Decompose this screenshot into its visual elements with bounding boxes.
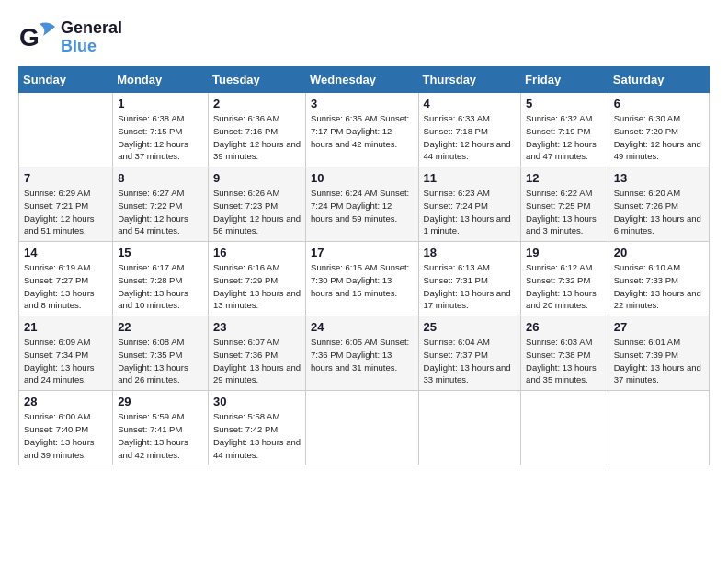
calendar-day-cell: 3Sunrise: 6:35 AM Sunset: 7:17 PM Daylig… — [306, 93, 419, 167]
calendar-day-cell: 19Sunrise: 6:12 AM Sunset: 7:32 PM Dayli… — [521, 242, 609, 316]
logo-text: GeneralBlue — [61, 19, 122, 56]
calendar-day-cell: 11Sunrise: 6:23 AM Sunset: 7:24 PM Dayli… — [418, 167, 521, 242]
day-of-week-header: Thursday — [418, 67, 521, 93]
day-info: Sunrise: 6:35 AM Sunset: 7:17 PM Dayligh… — [311, 112, 414, 150]
day-info: Sunrise: 6:00 AM Sunset: 7:40 PM Dayligh… — [24, 410, 108, 461]
day-number: 28 — [24, 395, 108, 408]
day-info: Sunrise: 5:58 AM Sunset: 7:42 PM Dayligh… — [213, 410, 301, 461]
calendar-day-cell — [609, 391, 709, 465]
day-number: 30 — [213, 395, 301, 408]
day-number: 2 — [213, 97, 301, 110]
day-info: Sunrise: 6:26 AM Sunset: 7:23 PM Dayligh… — [213, 187, 301, 237]
day-info: Sunrise: 6:15 AM Sunset: 7:30 PM Dayligh… — [311, 261, 414, 299]
calendar-week-row: 1Sunrise: 6:38 AM Sunset: 7:15 PM Daylig… — [19, 93, 710, 167]
day-number: 4 — [424, 97, 517, 110]
day-info: Sunrise: 5:59 AM Sunset: 7:41 PM Dayligh… — [118, 410, 203, 461]
calendar-body: 1Sunrise: 6:38 AM Sunset: 7:15 PM Daylig… — [19, 93, 710, 465]
calendar-day-cell: 22Sunrise: 6:08 AM Sunset: 7:35 PM Dayli… — [113, 316, 209, 391]
calendar-day-cell: 21Sunrise: 6:09 AM Sunset: 7:34 PM Dayli… — [19, 316, 113, 391]
day-number: 15 — [118, 246, 203, 259]
calendar-day-cell: 6Sunrise: 6:30 AM Sunset: 7:20 PM Daylig… — [609, 93, 709, 167]
calendar-week-row: 7Sunrise: 6:29 AM Sunset: 7:21 PM Daylig… — [19, 167, 710, 242]
calendar-day-cell: 17Sunrise: 6:15 AM Sunset: 7:30 PM Dayli… — [306, 242, 419, 316]
day-info: Sunrise: 6:10 AM Sunset: 7:33 PM Dayligh… — [614, 261, 704, 312]
calendar-day-cell: 10Sunrise: 6:24 AM Sunset: 7:24 PM Dayli… — [306, 167, 419, 242]
day-info: Sunrise: 6:38 AM Sunset: 7:15 PM Dayligh… — [118, 112, 203, 163]
days-of-week-row: SundayMondayTuesdayWednesdayThursdayFrid… — [19, 67, 710, 93]
calendar-day-cell: 25Sunrise: 6:04 AM Sunset: 7:37 PM Dayli… — [418, 316, 521, 391]
svg-text:G: G — [19, 23, 40, 52]
calendar-day-cell: 23Sunrise: 6:07 AM Sunset: 7:36 PM Dayli… — [209, 316, 306, 391]
day-number: 17 — [311, 246, 414, 259]
day-number: 19 — [526, 246, 604, 259]
day-info: Sunrise: 6:32 AM Sunset: 7:19 PM Dayligh… — [526, 112, 604, 163]
day-number: 22 — [118, 320, 203, 334]
day-number: 10 — [311, 171, 414, 185]
calendar-day-cell — [418, 391, 521, 465]
day-info: Sunrise: 6:36 AM Sunset: 7:16 PM Dayligh… — [213, 112, 301, 163]
day-info: Sunrise: 6:07 AM Sunset: 7:36 PM Dayligh… — [213, 336, 301, 386]
day-of-week-header: Sunday — [19, 67, 113, 93]
calendar-day-cell: 27Sunrise: 6:01 AM Sunset: 7:39 PM Dayli… — [609, 316, 709, 391]
day-of-week-header: Wednesday — [306, 67, 419, 93]
calendar-day-cell: 9Sunrise: 6:26 AM Sunset: 7:23 PM Daylig… — [209, 167, 306, 242]
logo-icon: G — [18, 18, 57, 57]
day-info: Sunrise: 6:17 AM Sunset: 7:28 PM Dayligh… — [118, 261, 203, 312]
day-info: Sunrise: 6:13 AM Sunset: 7:31 PM Dayligh… — [424, 261, 517, 312]
calendar-day-cell: 26Sunrise: 6:03 AM Sunset: 7:38 PM Dayli… — [521, 316, 609, 391]
day-number: 8 — [118, 171, 203, 185]
calendar-day-cell: 30Sunrise: 5:58 AM Sunset: 7:42 PM Dayli… — [209, 391, 306, 465]
day-of-week-header: Monday — [113, 67, 209, 93]
day-number: 13 — [614, 171, 704, 185]
day-number: 16 — [213, 246, 301, 259]
day-info: Sunrise: 6:12 AM Sunset: 7:32 PM Dayligh… — [526, 261, 604, 312]
calendar-week-row: 28Sunrise: 6:00 AM Sunset: 7:40 PM Dayli… — [19, 391, 710, 465]
calendar-day-cell: 4Sunrise: 6:33 AM Sunset: 7:18 PM Daylig… — [418, 93, 521, 167]
day-info: Sunrise: 6:04 AM Sunset: 7:37 PM Dayligh… — [424, 336, 517, 386]
day-of-week-header: Friday — [521, 67, 609, 93]
day-number: 23 — [213, 320, 301, 334]
calendar-day-cell: 7Sunrise: 6:29 AM Sunset: 7:21 PM Daylig… — [19, 167, 113, 242]
day-number: 5 — [526, 97, 604, 110]
calendar-day-cell: 29Sunrise: 5:59 AM Sunset: 7:41 PM Dayli… — [113, 391, 209, 465]
calendar-day-cell: 1Sunrise: 6:38 AM Sunset: 7:15 PM Daylig… — [113, 93, 209, 167]
calendar-day-cell: 8Sunrise: 6:27 AM Sunset: 7:22 PM Daylig… — [113, 167, 209, 242]
logo: G GeneralBlue — [18, 18, 122, 57]
day-info: Sunrise: 6:16 AM Sunset: 7:29 PM Dayligh… — [213, 261, 301, 312]
day-number: 21 — [24, 320, 108, 334]
day-number: 12 — [526, 171, 604, 185]
day-info: Sunrise: 6:27 AM Sunset: 7:22 PM Dayligh… — [118, 187, 203, 237]
day-number: 3 — [311, 97, 414, 110]
day-number: 24 — [311, 320, 414, 334]
day-info: Sunrise: 6:09 AM Sunset: 7:34 PM Dayligh… — [24, 336, 108, 386]
day-info: Sunrise: 6:03 AM Sunset: 7:38 PM Dayligh… — [526, 336, 604, 386]
day-info: Sunrise: 6:01 AM Sunset: 7:39 PM Dayligh… — [614, 336, 704, 386]
day-number: 14 — [24, 246, 108, 259]
calendar-day-cell — [306, 391, 419, 465]
day-info: Sunrise: 6:30 AM Sunset: 7:20 PM Dayligh… — [614, 112, 704, 163]
calendar-day-cell: 5Sunrise: 6:32 AM Sunset: 7:19 PM Daylig… — [521, 93, 609, 167]
calendar-day-cell: 16Sunrise: 6:16 AM Sunset: 7:29 PM Dayli… — [209, 242, 306, 316]
day-number: 7 — [24, 171, 108, 185]
day-number: 26 — [526, 320, 604, 334]
calendar-day-cell — [19, 93, 113, 167]
day-of-week-header: Saturday — [609, 67, 709, 93]
day-number: 9 — [213, 171, 301, 185]
calendar-day-cell: 20Sunrise: 6:10 AM Sunset: 7:33 PM Dayli… — [609, 242, 709, 316]
day-number: 6 — [614, 97, 704, 110]
day-number: 1 — [118, 97, 203, 110]
day-number: 20 — [614, 246, 704, 259]
calendar-day-cell: 14Sunrise: 6:19 AM Sunset: 7:27 PM Dayli… — [19, 242, 113, 316]
day-number: 27 — [614, 320, 704, 334]
calendar-week-row: 14Sunrise: 6:19 AM Sunset: 7:27 PM Dayli… — [19, 242, 710, 316]
calendar-day-cell: 28Sunrise: 6:00 AM Sunset: 7:40 PM Dayli… — [19, 391, 113, 465]
day-number: 25 — [424, 320, 517, 334]
day-info: Sunrise: 6:08 AM Sunset: 7:35 PM Dayligh… — [118, 336, 203, 386]
header: G GeneralBlue — [18, 18, 710, 57]
day-of-week-header: Tuesday — [209, 67, 306, 93]
day-info: Sunrise: 6:23 AM Sunset: 7:24 PM Dayligh… — [424, 187, 517, 237]
day-info: Sunrise: 6:22 AM Sunset: 7:25 PM Dayligh… — [526, 187, 604, 237]
calendar-day-cell: 13Sunrise: 6:20 AM Sunset: 7:26 PM Dayli… — [609, 167, 709, 242]
day-info: Sunrise: 6:33 AM Sunset: 7:18 PM Dayligh… — [424, 112, 517, 163]
day-number: 11 — [424, 171, 517, 185]
